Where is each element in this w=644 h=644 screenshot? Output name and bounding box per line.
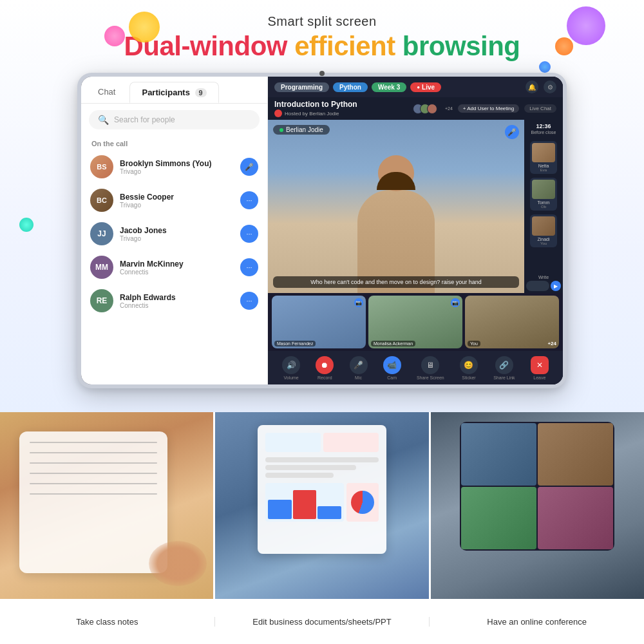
tag-programming: Programming: [274, 82, 329, 92]
avatar-jacob: JJ: [90, 222, 113, 245]
tag-live: Live: [410, 82, 441, 92]
tab-bar: Chat Participants 9: [81, 77, 267, 104]
participant-company: Connectis: [120, 302, 234, 309]
tag-week3: Week 3: [372, 82, 406, 92]
control-cam[interactable]: 📹 Cam: [383, 356, 401, 380]
caption-2: Edit business documents/sheets/PPT: [214, 617, 430, 627]
notebook-line: [30, 473, 157, 474]
conf-person-1: [461, 423, 536, 486]
side-participants: 12:36 Before close Netta Eva: [524, 120, 563, 293]
control-leave[interactable]: ✕ Leave: [531, 356, 549, 380]
notebook-line: [30, 493, 157, 495]
side-person-face: [532, 180, 555, 199]
volume-label: Volume: [283, 375, 298, 380]
avatar-bessie: BC: [90, 189, 113, 212]
list-item: BS Brooklyn Simmons (You) Trivago 🎤: [81, 150, 267, 184]
left-panel: Chat Participants 9 🔍 Search for people …: [81, 77, 268, 384]
settings-icon[interactable]: ⚙: [544, 80, 556, 93]
photos-row: [0, 412, 644, 599]
bar: [293, 490, 317, 519]
meeting-title: Introduction to Python: [274, 100, 408, 109]
search-placeholder: Search for people: [114, 115, 251, 124]
control-record[interactable]: ⏺ Record: [316, 356, 334, 380]
add-user-button[interactable]: + Add User to Meeting: [458, 104, 519, 113]
side-person-face: [532, 143, 555, 162]
pie-chart: [346, 483, 379, 522]
mic-label: Mic: [355, 375, 362, 380]
word-efficient: efficient: [294, 31, 402, 61]
blob-blue-sm: [539, 61, 551, 73]
blob-pink: [104, 26, 125, 46]
sticker-label: Sticker: [462, 375, 475, 380]
participant-list: BS Brooklyn Simmons (You) Trivago 🎤 BC: [81, 150, 267, 384]
live-chat-button[interactable]: Live Chat: [524, 104, 556, 113]
control-sticker[interactable]: 😊 Sticker: [460, 356, 478, 380]
card-1: [265, 433, 321, 452]
blob-orange: [555, 37, 573, 55]
photo-business-docs: [213, 412, 428, 599]
mic-icon: 🎤: [350, 356, 368, 374]
participant-info: Brooklyn Simmons (You) Trivago: [120, 159, 234, 175]
section-label: On the call: [81, 136, 267, 150]
share-screen-label: Share Screen: [417, 375, 444, 380]
control-volume[interactable]: 🔊 Volume: [282, 356, 300, 380]
speaker-label: Berlian Jodie: [273, 125, 330, 135]
mic-button[interactable]: 🎤: [240, 158, 258, 176]
meeting-details: Introduction to Python Hosted by Berlian…: [274, 100, 408, 117]
thumb-label-3: You: [468, 341, 480, 346]
thumbnail-3: You +24: [465, 296, 559, 348]
side-person-name: Netta: [532, 164, 555, 168]
side-person-name: Tomm: [532, 200, 555, 205]
side-person-sub: You: [532, 242, 555, 245]
headline-sub: Smart split screen: [267, 14, 376, 29]
chart-area: [265, 483, 379, 522]
control-mic[interactable]: 🎤 Mic: [350, 356, 368, 380]
control-share-screen[interactable]: 🖥 Share Screen: [417, 356, 444, 380]
participant-company: Trivago: [120, 235, 234, 242]
caption-1: Take class notes: [0, 617, 214, 627]
write-send-button[interactable]: ▶: [551, 281, 561, 291]
write-area: Write ▶: [524, 273, 563, 293]
conf-person-4: [538, 487, 613, 549]
search-box[interactable]: 🔍 Search for people: [89, 110, 260, 129]
more-button[interactable]: ···: [240, 225, 258, 243]
participant-name: Brooklyn Simmons (You): [120, 159, 234, 168]
share-link-icon: 🔗: [495, 356, 513, 374]
thumb-more-count: +24: [547, 341, 556, 346]
cam-icon: 📹: [383, 356, 401, 374]
tab-participants[interactable]: Participants 9: [129, 82, 218, 103]
thumbnail-1: 📷 Mason Fernandez: [272, 296, 366, 348]
cam-label: Cam: [387, 375, 397, 380]
right-panel: Programming Python Week 3 Live 🔔 ⚙ Intro…: [268, 77, 563, 384]
bar-2: [265, 465, 356, 470]
participant-name: Marvin McKinney: [120, 260, 234, 269]
speaker-label-dot: [279, 128, 283, 132]
side-person-zinadi: Zinadi You: [530, 214, 557, 247]
notebook-line: [30, 452, 157, 453]
more-button[interactable]: ···: [240, 292, 258, 310]
control-share-link[interactable]: 🔗 Share Link: [493, 356, 515, 380]
headline-main: Dual-window efficient browsing: [124, 32, 520, 61]
meeting-info-bar: Introduction to Python Hosted by Berlian…: [268, 97, 563, 120]
write-input-row: ▶: [526, 281, 561, 291]
write-input[interactable]: [526, 281, 549, 291]
bar: [317, 506, 341, 519]
thumbnails-row: 📷 Mason Fernandez 📷 Monalisa Ackerman Yo…: [268, 293, 563, 351]
avatar-brooklyn: BS: [90, 155, 113, 178]
bell-icon[interactable]: 🔔: [526, 80, 538, 93]
participant-info: Bessie Cooper Trivago: [120, 193, 234, 209]
leave-label: Leave: [533, 375, 545, 380]
list-item: BC Bessie Cooper Trivago ···: [81, 184, 267, 217]
record-icon: ⏺: [316, 356, 334, 374]
speaker-view: Berlian Jodie 🎤 Who here can't code and …: [268, 120, 524, 293]
thumb-label-2: Monalisa Ackerman: [371, 341, 415, 346]
word-browsing: browsing: [402, 31, 520, 61]
more-button[interactable]: ···: [240, 191, 258, 209]
participant-name: Ralph Edwards: [120, 293, 234, 302]
volume-icon: 🔊: [282, 356, 300, 374]
video-topbar: Programming Python Week 3 Live 🔔 ⚙: [268, 77, 563, 97]
more-button[interactable]: ···: [240, 258, 258, 276]
main-video-area: Berlian Jodie 🎤 Who here can't code and …: [268, 120, 563, 293]
tab-chat[interactable]: Chat: [86, 82, 127, 103]
tag-python: Python: [333, 82, 368, 92]
